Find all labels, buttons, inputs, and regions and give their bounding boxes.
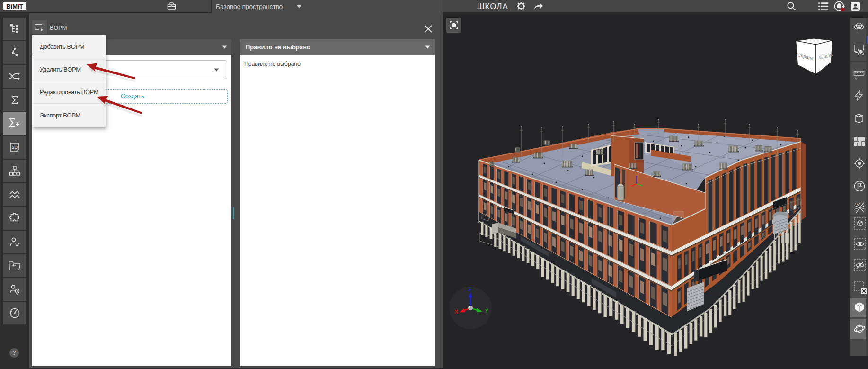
svg-text:Z: Z [469, 287, 471, 292]
svg-text:2: 2 [859, 201, 861, 204]
svg-text:1: 1 [855, 203, 857, 206]
svg-text:Y: Y [485, 308, 488, 314]
svg-text:X: X [455, 309, 458, 315]
